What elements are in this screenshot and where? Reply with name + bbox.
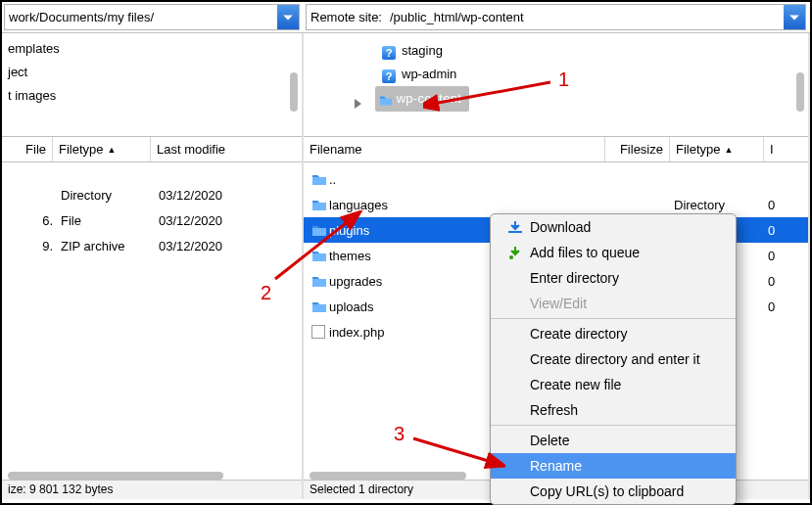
menu-enter-directory[interactable]: Enter directory — [491, 265, 736, 291]
scrollbar-thumb[interactable] — [290, 72, 298, 112]
local-columns: File Filetype▲ Last modifie — [2, 137, 302, 162]
file-icon — [311, 325, 325, 339]
svg-line-2 — [433, 82, 550, 104]
folder-icon — [311, 299, 325, 313]
menu-view-edit: View/Edit — [491, 291, 736, 316]
local-file-list[interactable]: Directory 03/12/2020 6. File 03/12/2020 … — [2, 162, 302, 499]
svg-line-4 — [413, 438, 492, 462]
sort-asc-icon: ▲ — [725, 145, 734, 155]
local-path-value: work/Documents/my files/ — [5, 10, 277, 24]
col-file[interactable]: File — [2, 137, 53, 161]
svg-point-1 — [509, 255, 513, 259]
sort-asc-icon: ▲ — [108, 145, 117, 155]
col-filename[interactable]: Filename — [304, 137, 605, 161]
svg-rect-0 — [508, 231, 522, 233]
local-path-dropdown[interactable] — [277, 5, 299, 29]
menu-add-queue[interactable]: Add files to queue — [491, 240, 736, 265]
chevron-down-icon — [282, 12, 294, 23]
folder-icon — [379, 92, 393, 106]
menu-create-file[interactable]: Create new file — [491, 372, 736, 397]
annotation-arrow-1 — [423, 74, 560, 114]
svg-line-3 — [275, 220, 350, 279]
tree-item[interactable]: ject — [4, 61, 294, 84]
download-icon — [506, 220, 524, 234]
annotation-number-2: 2 — [261, 282, 271, 304]
remote-path-value: /public_html/wp-content — [386, 10, 784, 24]
local-path-combo[interactable]: work/Documents/my files/ — [4, 4, 300, 30]
question-icon: ? — [382, 46, 396, 60]
menu-copy-url[interactable]: Copy URL(s) to clipboard — [491, 479, 736, 504]
folder-icon — [311, 198, 325, 211]
folder-icon — [311, 172, 325, 186]
list-item[interactable]: 6. File 03/12/2020 — [2, 207, 302, 233]
question-icon: ? — [382, 69, 396, 83]
add-queue-icon — [506, 246, 524, 259]
col-filetype[interactable]: Filetype▲ — [670, 137, 764, 161]
scrollbar-thumb[interactable] — [8, 472, 223, 480]
context-menu: Download Add files to queue Enter direct… — [490, 213, 737, 505]
menu-delete[interactable]: Delete — [491, 428, 736, 453]
scrollbar-thumb[interactable] — [310, 472, 466, 480]
menu-create-directory[interactable]: Create directory — [491, 321, 736, 346]
list-item[interactable]: Directory 03/12/2020 — [2, 182, 302, 207]
col-lastmod[interactable]: Last modifie — [151, 137, 302, 161]
scrollbar-thumb[interactable] — [796, 72, 804, 112]
annotation-arrow-3 — [407, 431, 505, 470]
local-tree[interactable]: emplates ject t images — [2, 33, 302, 137]
remote-path-combo[interactable]: Remote site: /public_html/wp-content — [306, 4, 806, 30]
annotation-number-3: 3 — [394, 423, 405, 445]
col-filetype[interactable]: Filetype▲ — [53, 137, 151, 161]
remote-columns: Filename Filesize Filetype▲ I — [304, 137, 808, 162]
expander-icon[interactable] — [355, 99, 361, 109]
menu-create-enter[interactable]: Create directory and enter it — [491, 346, 736, 372]
list-item[interactable]: .. — [304, 166, 808, 192]
annotation-arrow-2 — [269, 210, 367, 289]
tree-item[interactable]: emplates — [4, 37, 294, 61]
local-pane: emplates ject t images File Filetype▲ La… — [2, 33, 304, 499]
tree-item[interactable]: ?staging — [382, 39, 808, 63]
chevron-down-icon — [788, 12, 800, 23]
list-item[interactable]: 9. ZIP archive 03/12/2020 — [2, 233, 302, 258]
menu-rename[interactable]: Rename — [491, 453, 736, 479]
col-extra[interactable]: I — [764, 137, 808, 161]
col-filesize[interactable]: Filesize — [605, 137, 670, 161]
menu-download[interactable]: Download — [491, 214, 736, 240]
tree-item[interactable]: t images — [4, 84, 294, 108]
remote-label: Remote site: — [307, 10, 386, 24]
menu-refresh[interactable]: Refresh — [491, 397, 736, 423]
remote-path-dropdown[interactable] — [784, 5, 805, 29]
local-status: ize: 9 801 132 bytes — [2, 480, 302, 499]
annotation-number-1: 1 — [558, 69, 569, 91]
